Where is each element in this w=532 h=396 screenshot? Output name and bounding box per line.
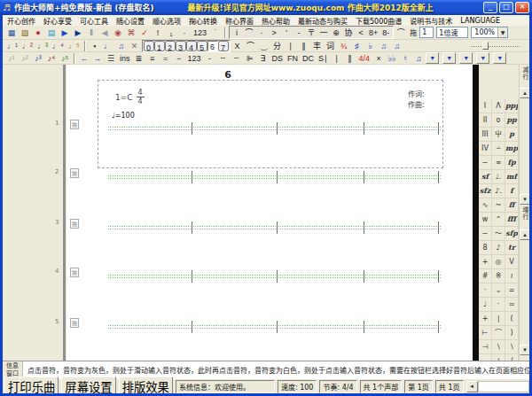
next-arrow-icon[interactable]: → xyxy=(91,52,104,64)
bar-icon[interactable]: ∣ xyxy=(331,52,343,64)
align-icon[interactable]: ☰ xyxy=(105,52,117,64)
info-icon[interactable]: i xyxy=(231,27,243,38)
double-barline-icon[interactable]: ∥ xyxy=(298,40,310,51)
dash1-icon[interactable]: ‐ xyxy=(204,52,216,64)
open-icon[interactable]: ▨ xyxy=(19,27,31,38)
instrument-icon[interactable]: ◉ xyxy=(112,27,124,38)
time-sig-icon[interactable]: ¾ xyxy=(338,40,350,51)
gliss-down[interactable]: ∖ xyxy=(505,340,519,354)
quarter-note[interactable]: ♩ xyxy=(479,298,492,312)
fingering-a[interactable]: Λ xyxy=(492,99,505,113)
beam-icon[interactable]: 丰 xyxy=(311,40,324,51)
notes-icon[interactable]: ♫ xyxy=(412,52,425,64)
dot-low-icon[interactable]: · xyxy=(178,27,191,38)
menu-item[interactable]: 热心帮助 xyxy=(262,16,290,26)
staff-line[interactable] xyxy=(108,127,441,130)
maximize-button[interactable]: □ xyxy=(499,2,513,13)
circle-plus-icon[interactable]: ⊕ xyxy=(330,27,342,38)
segno-button[interactable]: S∣ xyxy=(317,52,330,64)
digit-7[interactable]: 7 xyxy=(218,41,229,51)
repeat-end-icon[interactable]: ∃ xyxy=(257,52,270,64)
dyn-sfz[interactable]: sfz xyxy=(479,184,492,198)
scroll-left-icon[interactable]: ◄ xyxy=(466,381,478,392)
digit-6[interactable]: 6 xyxy=(207,41,218,51)
staff-line[interactable] xyxy=(108,175,441,179)
track-label[interactable]: 独 xyxy=(70,168,79,178)
dash-icon[interactable]: - xyxy=(293,27,305,38)
arc-sym[interactable]: ⌒ xyxy=(492,326,505,340)
dot-sym[interactable]: · xyxy=(479,283,492,298)
close-button[interactable]: ✕ xyxy=(515,2,529,13)
combo-4[interactable]: ▼ xyxy=(476,52,489,64)
octave-low-icon[interactable]: ₁ xyxy=(165,27,177,38)
tick-right[interactable]: ⊣ xyxy=(479,340,492,354)
dash-sym[interactable]: ─ xyxy=(479,156,492,170)
note-dur-2[interactable]: ♩² xyxy=(20,40,35,51)
dyn-mp[interactable]: mp xyxy=(505,142,519,156)
rewind-icon[interactable]: ◀ xyxy=(98,27,111,38)
track-label[interactable]: 独 xyxy=(70,219,79,229)
staff-system[interactable]: 5 独 xyxy=(108,325,441,329)
delete-icon[interactable]: × xyxy=(372,52,385,64)
trill[interactable]: tr xyxy=(505,241,519,255)
menu-item[interactable]: 称心界面 xyxy=(225,16,254,26)
menu-item[interactable]: 顺心选项 xyxy=(153,16,181,26)
flat-icon[interactable]: ♭ xyxy=(364,40,377,51)
slider-thumb[interactable] xyxy=(482,42,489,50)
minus-icon[interactable]: − xyxy=(173,52,185,64)
dot-icon[interactable]: ▪ xyxy=(89,40,101,51)
circle-target[interactable]: ◎ xyxy=(492,255,505,269)
menu-item[interactable]: 可心工具 xyxy=(80,16,108,26)
beam16-icon[interactable]: ♫ xyxy=(391,40,403,51)
paren-open[interactable]: ( xyxy=(505,312,519,326)
circle-sym[interactable]: ο xyxy=(492,113,505,128)
combo-5[interactable]: ▼ xyxy=(493,52,506,64)
dyn-fp[interactable]: fp xyxy=(505,156,519,170)
note-dur-4[interactable]: ♩⁴ xyxy=(51,40,66,51)
approx-sym[interactable]: ≈ xyxy=(505,298,519,312)
star-sym[interactable]: ※ xyxy=(492,269,505,283)
digit-0[interactable]: 0 xyxy=(144,41,154,51)
digit-1[interactable]: 1 xyxy=(154,41,165,51)
dyn-ppp[interactable]: ppp xyxy=(505,99,519,113)
dyn-pp[interactable]: pp xyxy=(505,113,519,128)
score-page[interactable]: 6 1=C 4 4 ♩=100 作词: 作曲: 1 独 xyxy=(66,65,473,361)
slur-icon[interactable]: ⌒ xyxy=(243,27,255,38)
roman-3[interactable]: III xyxy=(479,128,492,142)
scroll-track[interactable] xyxy=(478,381,529,392)
note-dur-3[interactable]: ♩³ xyxy=(35,40,50,51)
digit-3[interactable]: 3 xyxy=(176,41,186,51)
note-sel-5[interactable]: ♪⁵ xyxy=(59,52,71,64)
time-44-button[interactable]: 4/4 xyxy=(357,52,372,64)
note-sel-1[interactable]: ♪¹ xyxy=(5,52,18,64)
dash2-icon[interactable]: ╌ xyxy=(217,52,230,64)
plus-sym[interactable]: + xyxy=(479,255,492,269)
note-sel-4[interactable]: ♪⁴ xyxy=(45,52,58,64)
note-sel-3[interactable]: ♪³ xyxy=(32,52,44,64)
play-from-icon[interactable]: ▶ xyxy=(72,27,84,38)
dyn-mf[interactable]: mf xyxy=(505,170,519,184)
hash-sym[interactable]: # xyxy=(479,269,492,283)
mic-icon[interactable]: ⌘ xyxy=(125,27,137,38)
staff-system[interactable]: 3 独 xyxy=(108,226,441,229)
wave-3[interactable]: 〜 xyxy=(492,227,505,241)
repeat-start-icon[interactable]: ⊫ xyxy=(244,52,256,64)
dyn-p[interactable]: p xyxy=(505,128,519,142)
dyn-fff[interactable]: fff xyxy=(505,213,519,227)
dyn-f[interactable]: f xyxy=(505,184,519,198)
digit-2[interactable]: 2 xyxy=(165,41,176,51)
staff-line[interactable] xyxy=(108,325,441,329)
prev-arrow-icon[interactable]: ← xyxy=(78,52,90,64)
track-label[interactable]: 独 xyxy=(70,120,79,129)
horizontal-scrollbar[interactable]: ◄ ► xyxy=(466,381,532,392)
staff-line[interactable] xyxy=(108,275,441,278)
less-icon[interactable]: < xyxy=(355,27,367,38)
menu-item[interactable]: 随心设置 xyxy=(116,16,145,26)
dyn-ff[interactable]: ff xyxy=(505,198,519,213)
speed-input[interactable] xyxy=(436,27,468,38)
menu-item[interactable]: 开心创作 xyxy=(7,16,35,26)
roman-1[interactable]: I xyxy=(479,99,492,113)
combo-1[interactable]: ▼ xyxy=(426,52,439,64)
staff-system[interactable]: 4 独 xyxy=(108,275,441,278)
staff-system[interactable]: 2 独 xyxy=(108,175,441,179)
